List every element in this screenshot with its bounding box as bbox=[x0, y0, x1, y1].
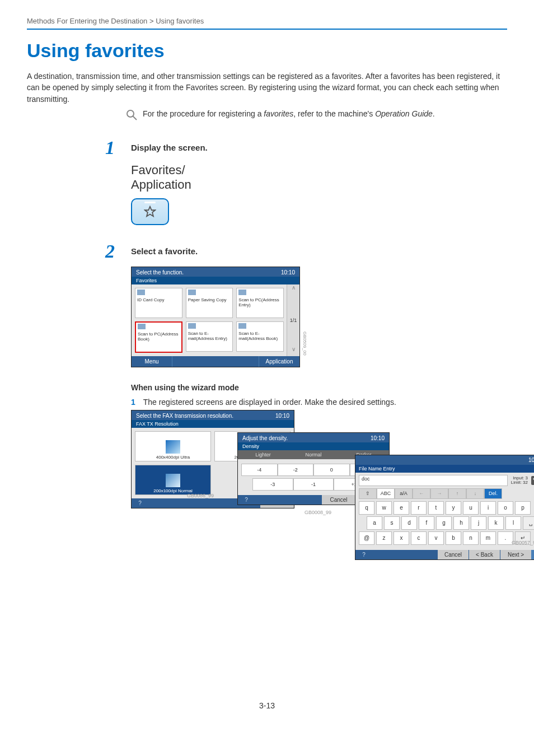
page-number: 3-13 bbox=[27, 701, 507, 710]
help-icon[interactable]: ? bbox=[355, 550, 372, 559]
key[interactable]: y bbox=[446, 501, 461, 515]
key[interactable]: j bbox=[471, 516, 486, 530]
key[interactable]: i bbox=[480, 501, 496, 515]
favorites-screen-title: Select the function. bbox=[136, 269, 184, 276]
screen-ref-code: GB0509_00 bbox=[302, 332, 307, 356]
scroll-up-icon[interactable]: ∧ bbox=[287, 284, 299, 295]
step-number-1: 1 bbox=[105, 138, 131, 157]
magnifier-icon bbox=[125, 108, 138, 122]
key[interactable]: x bbox=[394, 531, 409, 545]
key[interactable]: . bbox=[498, 531, 513, 545]
intro-paragraph: A destination, transmission time, and ot… bbox=[27, 71, 507, 105]
density-screen-time: 10:10 bbox=[371, 435, 385, 441]
key[interactable]: v bbox=[428, 531, 444, 545]
note-text: For the procedure for registering a favo… bbox=[143, 109, 435, 118]
density-step[interactable]: -4 bbox=[241, 464, 278, 476]
key[interactable]: d bbox=[401, 516, 417, 530]
favorite-tile[interactable]: Paper Saving Copy bbox=[186, 288, 233, 318]
scroll-down-icon[interactable]: ∨ bbox=[287, 346, 299, 356]
key[interactable]: r bbox=[411, 501, 427, 515]
enter-icon[interactable]: ↵ bbox=[531, 550, 534, 559]
density-step[interactable]: -1 bbox=[293, 478, 334, 491]
step-number-2: 2 bbox=[105, 242, 131, 261]
svg-marker-2 bbox=[145, 207, 155, 216]
wizard-step-1: 1 The registered screens are displayed i… bbox=[131, 398, 507, 407]
help-icon[interactable]: ? bbox=[238, 495, 255, 505]
resolution-option[interactable]: 400x400dpi Ultra bbox=[135, 431, 211, 461]
key[interactable]: t bbox=[428, 501, 444, 515]
resolution-screen-subtitle: FAX TX Resolution bbox=[132, 420, 294, 428]
density-step[interactable]: -2 bbox=[278, 464, 314, 476]
menu-button[interactable]: Menu bbox=[132, 356, 172, 367]
mode-case[interactable]: a/A bbox=[395, 488, 413, 499]
arrow-right-icon[interactable]: → bbox=[430, 488, 448, 499]
resolution-screen-time: 10:10 bbox=[275, 413, 289, 419]
key[interactable]: s bbox=[384, 516, 400, 530]
key[interactable]: f bbox=[419, 516, 434, 530]
page-indicator: 1/1 bbox=[287, 295, 299, 346]
key[interactable]: a bbox=[367, 516, 382, 530]
key[interactable]: w bbox=[376, 501, 392, 515]
screen-ref-code: GB0008_99 bbox=[305, 510, 331, 515]
favorites-button[interactable] bbox=[131, 198, 169, 225]
favorite-tile-selected[interactable]: Scan to PC(Address Book) bbox=[135, 321, 182, 353]
resolution-option-selected[interactable]: 200x100dpi Normal bbox=[135, 465, 211, 495]
arrow-up-icon[interactable]: ↑ bbox=[448, 488, 466, 499]
density-normal-label: Normal bbox=[288, 450, 339, 459]
application-button[interactable]: Application bbox=[259, 356, 299, 367]
key[interactable]: q bbox=[359, 501, 374, 515]
arrow-left-icon[interactable]: ← bbox=[413, 488, 430, 499]
favorite-tile[interactable]: ID Card Copy bbox=[135, 288, 182, 318]
screen-ref-code: GB0086_99 bbox=[187, 493, 214, 498]
key[interactable]: g bbox=[436, 516, 452, 530]
density-step[interactable]: 0 bbox=[313, 464, 350, 476]
favorites-screen: Select the function. 10:10 Favorites ID … bbox=[131, 267, 300, 367]
cancel-button[interactable]: Cancel bbox=[322, 495, 355, 505]
key[interactable]: l bbox=[505, 516, 521, 530]
cancel-button[interactable]: Cancel bbox=[438, 550, 469, 559]
backspace-icon[interactable]: ⌫ bbox=[531, 476, 534, 485]
star-icon bbox=[144, 206, 156, 218]
key[interactable]: k bbox=[488, 516, 504, 530]
key[interactable]: @ bbox=[359, 531, 374, 545]
density-step[interactable]: -3 bbox=[252, 478, 293, 491]
svg-line-1 bbox=[133, 116, 137, 120]
key[interactable]: b bbox=[446, 531, 461, 545]
favorites-screen-time: 10:10 bbox=[281, 269, 295, 276]
filename-input[interactable]: doc bbox=[359, 475, 508, 486]
back-button[interactable]: < Back bbox=[469, 550, 500, 559]
key[interactable]: e bbox=[394, 501, 409, 515]
favorite-tile[interactable]: Scan to PC(Address Entry) bbox=[236, 288, 284, 318]
step-title-1: Display the screen. bbox=[131, 138, 208, 152]
arrow-down-icon[interactable]: ↓ bbox=[466, 488, 484, 499]
space-key[interactable]: ␣ bbox=[523, 516, 534, 530]
favorite-tile[interactable]: Scan to E-mail(Address Book) bbox=[236, 321, 284, 352]
wizard-mode-heading: When using the wizard mode bbox=[131, 383, 507, 392]
key[interactable]: n bbox=[463, 531, 479, 545]
density-screen-title: Adjust the density. bbox=[242, 435, 288, 441]
favorite-tile[interactable]: Scan to E-mail(Address Entry) bbox=[186, 321, 233, 352]
input-meta: Input: 3Limit: 32 bbox=[511, 476, 528, 485]
favorites-app-label: Favorites/ Application bbox=[131, 163, 507, 193]
keyboard-screen-time: 10:10 bbox=[528, 457, 534, 463]
breadcrumb: Methods For Entering the Destination > U… bbox=[27, 17, 507, 25]
mode-key[interactable]: ⇧ bbox=[359, 488, 377, 499]
help-icon[interactable]: ? bbox=[132, 498, 148, 508]
favorites-screen-subtitle: Favorites bbox=[132, 277, 299, 284]
key[interactable]: o bbox=[498, 501, 513, 515]
key[interactable]: u bbox=[463, 501, 479, 515]
screen-ref-code: GB0057_99 bbox=[512, 540, 534, 545]
page-title: Using favorites bbox=[27, 40, 507, 62]
key[interactable]: h bbox=[453, 516, 469, 530]
mode-abc[interactable]: ABC bbox=[377, 488, 395, 499]
step-title-2: Select a favorite. bbox=[131, 242, 198, 256]
key[interactable]: z bbox=[376, 531, 392, 545]
key[interactable]: c bbox=[411, 531, 427, 545]
resolution-screen-title: Select the FAX transmission resolution. bbox=[136, 413, 233, 419]
key[interactable]: m bbox=[480, 531, 496, 545]
key[interactable]: p bbox=[515, 501, 531, 515]
delete-key[interactable]: Del. bbox=[484, 488, 502, 499]
keyboard-screen-subtitle: File Name Entry bbox=[355, 465, 534, 473]
density-screen-subtitle: Density bbox=[238, 442, 389, 450]
next-button[interactable]: Next > bbox=[500, 550, 531, 559]
